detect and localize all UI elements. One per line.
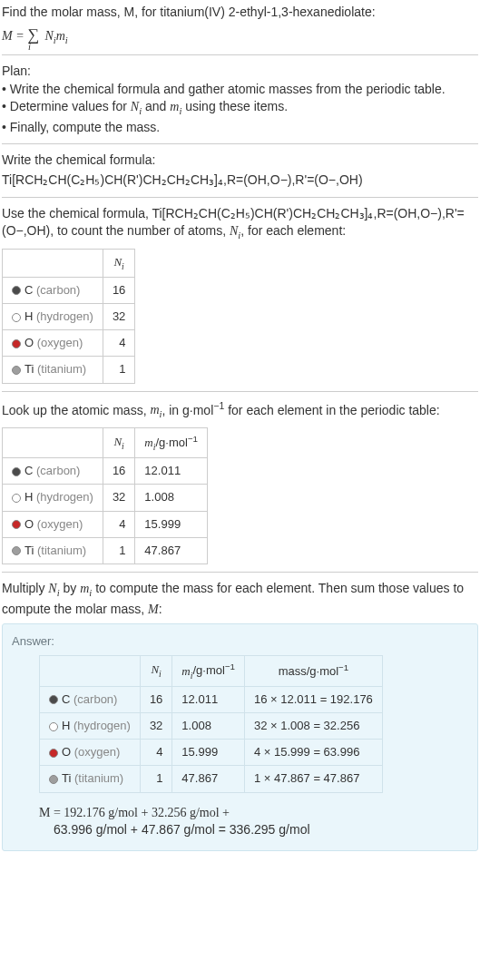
final-sum: M = 192.176 g/mol + 32.256 g/mol + 63.99… [39, 804, 468, 839]
ni-val: 4 [103, 330, 134, 357]
final-line-2: 63.996 g/mol + 47.867 g/mol = 336.295 g/… [39, 821, 468, 839]
el-sym: H [24, 309, 33, 323]
ni-val: 1 [103, 537, 134, 564]
element-swatch [12, 339, 21, 348]
intro-block: Find the molar mass, M, for titanium(IV)… [2, 4, 478, 47]
mi-val: 15.999 [172, 740, 245, 766]
ni-val: 32 [103, 304, 134, 330]
mass-val: 32 × 1.008 = 32.256 [245, 713, 383, 740]
plan-block: Plan: • Write the chemical formula and g… [2, 63, 478, 136]
el-label: (carbon) [36, 283, 80, 297]
multiply-heading: Multiply Ni by mi to compute the mass fo… [2, 580, 478, 618]
plan-item: • Finally, compute the mass. [2, 119, 478, 137]
table-row: H (hydrogen)321.00832 × 1.008 = 32.256 [40, 713, 383, 740]
mi-val: 1.008 [135, 485, 208, 511]
table-row: H (hydrogen)321.008 [3, 485, 208, 511]
plan-heading: Plan: [2, 63, 478, 81]
mi-val: 12.011 [172, 686, 245, 712]
element-swatch [49, 695, 58, 704]
el-sym: C [24, 283, 33, 297]
count-table: Ni C (carbon)16 H (hydrogen)32 O (oxygen… [2, 249, 135, 384]
mass-heading: Look up the atomic mass, mi, in g·mol−1 … [2, 399, 478, 422]
divider [2, 391, 478, 392]
el-sym: Ti [24, 362, 34, 376]
divider [2, 143, 478, 144]
element-swatch [12, 313, 21, 322]
ni-val: 4 [140, 740, 171, 766]
el-label: (oxygen) [37, 336, 83, 349]
el-label: (oxygen) [37, 517, 83, 531]
mass-table: Nimi/g·mol−1 C (carbon)1612.011 H (hydro… [2, 427, 208, 564]
mass-val: 1 × 47.867 = 47.867 [245, 766, 383, 792]
mi-val: 12.011 [135, 458, 208, 485]
table-row: O (oxygen)4 [3, 330, 135, 357]
col-ni: Ni [140, 656, 171, 687]
answer-label: Answer: [12, 633, 468, 650]
ni-val: 16 [103, 458, 134, 485]
divider [2, 54, 478, 55]
formula-heading: Write the chemical formula: [2, 152, 478, 170]
element-swatch [12, 366, 21, 375]
el-sym: O [62, 745, 71, 759]
mass-block: Look up the atomic mass, mi, in g·mol−1 … [2, 399, 478, 564]
col-mi: mi/g·mol−1 [135, 427, 208, 458]
element-swatch [12, 546, 21, 555]
el-label: (oxygen) [74, 745, 121, 759]
plan-item: • Write the chemical formula and gather … [2, 81, 478, 99]
table-row: C (carbon)16 [3, 277, 135, 303]
divider [2, 197, 478, 198]
el-label: (titanium) [74, 771, 123, 785]
table-row: H (hydrogen)32 [3, 304, 135, 330]
col-mi: mi/g·mol−1 [172, 656, 245, 687]
el-sym: O [24, 336, 34, 349]
el-label: (titanium) [37, 544, 86, 557]
ni-val: 16 [103, 277, 134, 303]
el-sym: C [62, 692, 70, 706]
mi-val: 1.008 [172, 713, 245, 740]
table-row: C (carbon)1612.011 [3, 458, 208, 485]
col-ni: Ni [103, 427, 134, 458]
ni-val: 1 [103, 357, 134, 383]
el-label: (titanium) [37, 362, 86, 376]
el-label: (carbon) [36, 464, 80, 477]
mi-val: 15.999 [135, 511, 208, 537]
divider [2, 572, 478, 573]
ni-val: 4 [103, 511, 134, 537]
col-mass: mass/g·mol−1 [245, 656, 383, 687]
element-swatch [12, 494, 21, 503]
count-heading: Use the chemical formula, Ti[RCH₂CH(C₂H₅… [2, 205, 478, 243]
el-sym: Ti [62, 771, 71, 785]
table-row: O (oxygen)415.9994 × 15.999 = 63.996 [40, 740, 383, 766]
table-row: Ti (titanium)147.867 [3, 537, 208, 564]
ni-val: 16 [140, 686, 171, 712]
mi-val: 47.867 [135, 537, 208, 564]
answer-box: Answer: Nimi/g·mol−1mass/g·mol−1 C (carb… [2, 623, 478, 851]
element-swatch [49, 775, 58, 784]
el-sym: H [24, 490, 33, 504]
el-sym: C [24, 464, 33, 477]
col-ni: Ni [103, 249, 134, 277]
ni-val: 32 [103, 485, 134, 511]
intro-formula: M = ∑i Nimi [2, 24, 478, 47]
table-row: O (oxygen)415.999 [3, 511, 208, 537]
el-label: (hydrogen) [36, 309, 93, 323]
answer-table: Nimi/g·mol−1mass/g·mol−1 C (carbon)1612.… [39, 655, 383, 792]
element-swatch [12, 286, 21, 295]
el-sym: H [62, 719, 70, 732]
el-label: (hydrogen) [36, 490, 93, 504]
table-row: C (carbon)1612.01116 × 12.011 = 192.176 [40, 686, 383, 712]
table-row: Ti (titanium)147.8671 × 47.867 = 47.867 [40, 766, 383, 792]
element-swatch [12, 520, 21, 529]
ni-val: 1 [140, 766, 171, 792]
plan-item: • Determine values for Ni and mi using t… [2, 98, 478, 118]
table-row: Ti (titanium)1 [3, 357, 135, 383]
formula-block: Write the chemical formula: Ti[RCH₂CH(C₂… [2, 152, 478, 189]
ni-val: 32 [140, 713, 171, 740]
element-swatch [12, 467, 21, 476]
el-label: (hydrogen) [73, 719, 131, 732]
answer-inner: Nimi/g·mol−1mass/g·mol−1 C (carbon)1612.… [12, 655, 468, 839]
mass-val: 4 × 15.999 = 63.996 [245, 740, 383, 766]
final-line-1: M = 192.176 g/mol + 32.256 g/mol + [39, 804, 468, 822]
count-block: Use the chemical formula, Ti[RCH₂CH(C₂H₅… [2, 205, 478, 384]
mass-val: 16 × 12.011 = 192.176 [245, 686, 383, 712]
